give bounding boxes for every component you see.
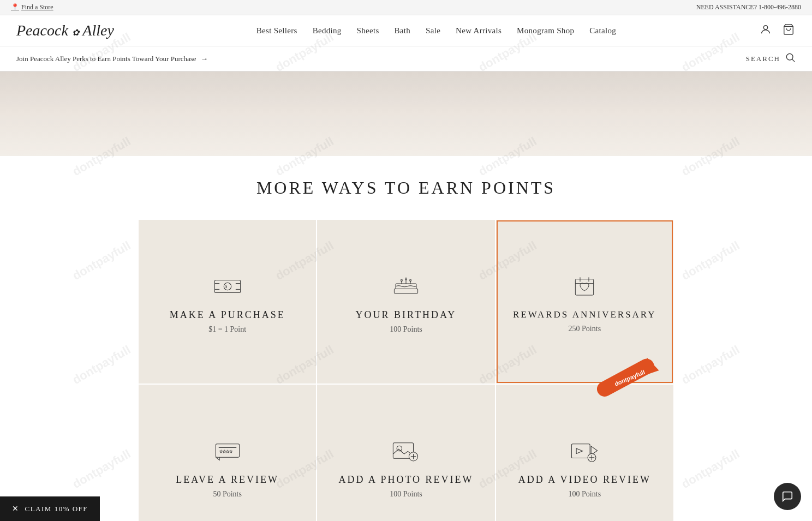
main-content: MORE WAYS TO EARN POINTS $ MAKE A PURCHA… [0,156,812,521]
svg-rect-33 [572,444,590,458]
card-photo-review[interactable]: ADD A PHOTO REVIEW 100 Points [317,385,494,521]
nav-best-sellers[interactable]: Best Sellers [256,26,297,35]
find-store-link[interactable]: 📍 Find a Store [11,3,53,11]
nav-catalog[interactable]: Catalog [589,26,616,35]
card-birthday-title: YOUR BIRTHDAY [356,309,457,321]
nav-monogram-shop[interactable]: Monogram Shop [517,26,574,35]
header: Peacock ✿ Alley Best Sellers Bedding She… [0,15,812,46]
video-review-icon [570,440,599,462]
account-icon-button[interactable] [759,22,773,39]
review-icon: ★★★★ [213,440,242,462]
perks-bar: Join Peacock Alley Perks to Earn Points … [0,46,812,71]
money-icon: $ [213,276,242,297]
pin-icon: 📍 [11,3,19,11]
header-icons [759,22,796,39]
card-photo-points: 100 Points [390,490,422,499]
claim-bar[interactable]: ✕ CLAIM 10% OFF [0,496,100,521]
card-make-purchase[interactable]: $ MAKE A PURCHASE $1 = 1 Point [139,220,316,384]
nav-bath[interactable]: Bath [395,26,411,35]
card-photo-title: ADD A PHOTO REVIEW [338,474,473,486]
logo-text: Peacock ✿ Alley [16,22,114,39]
card-rewards-anniversary[interactable]: REWARDS ANNIVERSARY 250 Points dontpayfu… [496,220,673,384]
perks-arrow: → [201,55,208,63]
nav-new-arrivals[interactable]: New Arrivals [456,26,501,35]
hero-area [0,71,812,156]
card-video-points: 100 Points [569,490,601,499]
card-make-purchase-title: MAKE A PURCHASE [170,309,285,321]
top-bar: 📍 Find a Store NEED ASSISTANCE? 1-800-49… [0,0,812,15]
svg-marker-35 [576,448,582,453]
svg-text:★★★★: ★★★★ [219,450,232,453]
svg-text:$: $ [225,284,227,289]
card-review-points: 50 Points [213,490,242,499]
chat-button[interactable] [774,483,801,510]
search-button[interactable] [785,52,796,65]
card-video-review[interactable]: ADD A VIDEO REVIEW 100 Points [496,385,673,521]
logo[interactable]: Peacock ✿ Alley [16,22,114,39]
card-your-birthday[interactable]: YOUR BIRTHDAY 100 Points [317,220,494,384]
svg-point-0 [763,25,767,29]
claim-label: CLAIM 10% OFF [25,505,88,513]
main-nav: Best Sellers Bedding Sheets Bath Sale Ne… [256,26,616,35]
section-title: MORE WAYS TO EARN POINTS [11,178,801,198]
cart-icon-button[interactable] [781,22,796,39]
search-container: SEARCH [746,52,796,65]
svg-point-2 [786,53,793,60]
card-anniversary-title: REWARDS ANNIVERSARY [513,309,656,320]
svg-rect-18 [394,289,417,293]
calendar-heart-icon [570,276,599,297]
card-video-title: ADD A VIDEO REVIEW [518,474,651,486]
card-leave-review[interactable]: ★★★★ LEAVE A REVIEW 50 Points [139,385,316,521]
birthday-icon [391,276,421,297]
card-anniversary-points: 250 Points [569,325,601,333]
card-make-purchase-points: $1 = 1 Point [208,325,246,334]
claim-close-icon[interactable]: ✕ [12,504,20,513]
search-label: SEARCH [746,55,780,63]
nav-sheets[interactable]: Sheets [357,26,379,35]
perks-text-container[interactable]: Join Peacock Alley Perks to Earn Points … [16,55,208,63]
svg-marker-23 [639,357,659,376]
svg-rect-19 [576,279,594,295]
svg-line-3 [792,59,795,62]
photo-review-icon [391,440,421,462]
card-review-title: LEAVE A REVIEW [176,474,279,486]
perks-text: Join Peacock Alley Perks to Earn Points … [16,55,196,63]
assistance-text: NEED ASSISTANCE? 1-800-496-2880 [696,3,801,11]
cards-grid: $ MAKE A PURCHASE $1 = 1 Point [139,220,673,521]
nav-bedding[interactable]: Bedding [313,26,342,35]
nav-sale[interactable]: Sale [426,26,440,35]
card-birthday-points: 100 Points [390,325,422,334]
svg-rect-4 [214,280,240,292]
